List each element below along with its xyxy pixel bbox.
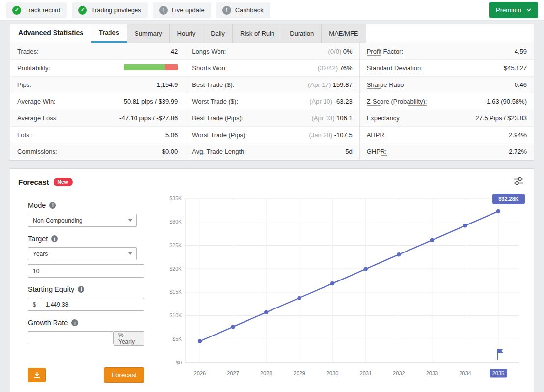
stat-row: Avg. Trade Length:5d (185, 143, 359, 160)
starting-equity-input[interactable] (41, 298, 144, 311)
svg-text:2035: 2035 (492, 370, 504, 376)
chip-label: Live update (172, 6, 205, 14)
stat-label: Profitability: (17, 64, 50, 72)
starting-equity-info-icon[interactable]: i (78, 286, 84, 293)
target-amount-input[interactable] (28, 264, 144, 278)
stat-row: Best Trade ($):(Apr 17) 159.87 (185, 77, 359, 93)
tab-advanced-statistics[interactable]: Advanced Statistics (10, 24, 91, 43)
chip-label: Track record (25, 6, 60, 14)
svg-text:$35K: $35K (169, 196, 182, 201)
data-point (297, 296, 301, 300)
stat-value: (Apr 10) -63.23 (309, 98, 352, 105)
stat-value: (Apr 17) 159.87 (308, 81, 352, 88)
check-circle-icon: ✓ (12, 6, 21, 15)
stat-label[interactable]: GHPR: (367, 148, 387, 156)
stat-value: 0.46 (515, 81, 527, 88)
growth-rate-suffix: % Yearly (114, 331, 144, 346)
stat-label: Worst Trade ($): (192, 98, 238, 105)
stat-label[interactable]: Sharpe Ratio (367, 81, 404, 89)
target-unit-select[interactable]: Years (28, 247, 137, 260)
topbar: ✓Track record✓Trading privileges!Live up… (0, 0, 544, 21)
stat-row: AHPR:2.94% (360, 127, 534, 143)
target-unit-value: Years (33, 251, 48, 257)
stat-label[interactable]: Expectancy (367, 114, 400, 122)
growth-rate-info-icon[interactable]: i (71, 319, 78, 326)
svg-text:$32.28K: $32.28K (498, 196, 519, 202)
stat-label: Best Trade ($): (192, 81, 234, 88)
growth-rate-group: % Yearly (28, 331, 144, 346)
tab-mae-mfe[interactable]: MAE/MFE (322, 24, 366, 43)
data-point (397, 252, 401, 256)
tab-duration[interactable]: Duration (282, 24, 322, 43)
forecast-button[interactable]: Forecast (104, 367, 144, 383)
svg-text:$5K: $5K (172, 336, 182, 342)
svg-text:2031: 2031 (360, 370, 372, 376)
growth-rate-label-row: Growth Rate i (28, 319, 155, 327)
svg-text:$30K: $30K (169, 219, 182, 224)
growth-rate-input[interactable] (28, 331, 114, 344)
forecast-header: Forecast New (18, 175, 526, 189)
tab-trades[interactable]: Trades (91, 24, 127, 43)
premium-button[interactable]: Premium (489, 2, 538, 18)
mode-select[interactable]: Non-Compounding (28, 214, 137, 227)
chevron-down-icon (526, 8, 531, 12)
status-chip-track-record[interactable]: ✓Track record (6, 2, 67, 18)
caret-down-icon (128, 219, 132, 222)
stat-value: -47.10 pips / -$27.86 (119, 114, 178, 122)
new-badge: New (54, 178, 73, 186)
status-chip-live-update[interactable]: !Live update (153, 2, 211, 18)
alert-circle-icon: ! (159, 6, 168, 15)
download-icon (33, 371, 41, 379)
status-chip-cashback[interactable]: !Cashback (216, 2, 270, 18)
data-point (231, 325, 235, 329)
stat-label: Worst Trade (Pips): (192, 131, 247, 139)
stat-value: $0.00 (162, 148, 178, 155)
stat-label: Average Loss: (17, 114, 58, 122)
svg-text:2033: 2033 (426, 370, 438, 376)
stat-label[interactable]: Standard Deviation: (367, 64, 423, 72)
stat-label: Shorts Won: (192, 64, 227, 72)
tab-daily[interactable]: Daily (203, 24, 233, 43)
stat-value: 5.06 (165, 131, 178, 139)
stat-label[interactable]: Profit Factor: (367, 48, 403, 56)
svg-text:2027: 2027 (227, 370, 239, 376)
mode-label-row: Mode i (28, 201, 155, 209)
download-button[interactable] (28, 368, 46, 382)
forecast-chart-svg: $0$5K$10K$15K$20K$25K$30K$35K20262027202… (161, 193, 526, 390)
forecast-body: Mode i Non-Compounding Target i Years St… (18, 192, 526, 390)
forecast-chart: $0$5K$10K$15K$20K$25K$30K$35K20262027202… (161, 192, 526, 390)
stat-row: Longs Won:(0/0) 0% (185, 43, 359, 60)
stat-row: Worst Trade (Pips):(Jan 28) -107.5 (185, 127, 359, 143)
chart-settings-button[interactable] (511, 175, 526, 189)
tab-risk-of-ruin[interactable]: Risk of Ruin (233, 24, 282, 43)
data-point (198, 339, 202, 343)
sliders-icon (513, 177, 524, 185)
target-label: Target (28, 235, 48, 243)
stat-label: Average Win: (17, 98, 55, 105)
mode-select-value: Non-Compounding (33, 217, 82, 224)
stat-row: Sharpe Ratio0.46 (360, 77, 534, 93)
advanced-statistics-card: Advanced Statistics TradesSummaryHourlyD… (10, 24, 534, 161)
status-chip-trading-privileges[interactable]: ✓Trading privileges (72, 2, 147, 18)
forecast-buttons-row: Forecast (28, 367, 144, 383)
currency-prefix: $ (28, 298, 41, 311)
target-label-row: Target i (28, 235, 155, 243)
mode-info-icon[interactable]: i (49, 202, 56, 209)
data-point (463, 224, 467, 227)
stat-value: $45.127 (504, 64, 527, 72)
stat-value: 2.94% (509, 131, 527, 139)
stat-row: Pips:1,154.9 (10, 77, 185, 93)
stat-label[interactable]: Z-Score (Probability): (367, 98, 427, 106)
stat-label: Commissions: (17, 148, 57, 155)
tab-hourly[interactable]: Hourly (170, 24, 204, 43)
svg-text:$20K: $20K (169, 266, 182, 272)
svg-text:2030: 2030 (326, 370, 338, 376)
chip-label: Cashback (235, 6, 264, 14)
tab-summary[interactable]: Summary (127, 24, 170, 43)
stat-label[interactable]: AHPR: (367, 131, 386, 139)
stat-row: Trades:42 (10, 43, 185, 60)
svg-text:2034: 2034 (459, 370, 471, 376)
starting-equity-label: Starting Equity (28, 285, 74, 293)
starting-equity-label-row: Starting Equity i (28, 285, 155, 293)
target-info-icon[interactable]: i (51, 235, 58, 242)
